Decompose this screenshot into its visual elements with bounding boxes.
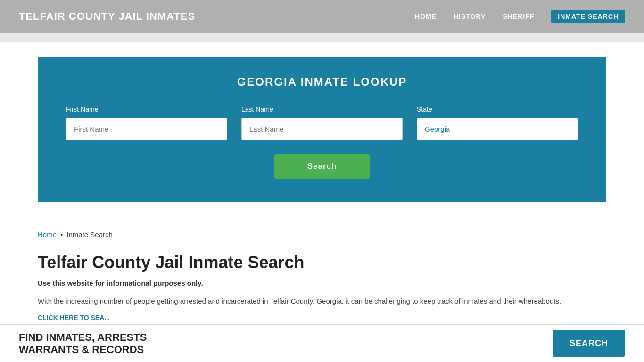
search-button[interactable]: Search — [274, 154, 370, 179]
nav-sheriff[interactable]: SHERIFF — [503, 13, 534, 20]
first-name-input[interactable] — [66, 118, 227, 140]
nav-home[interactable]: HOME — [415, 13, 437, 20]
search-fields: First Name Last Name State — [66, 106, 578, 140]
bottom-banner: FIND INMATES, ARRESTS WARRANTS & RECORDS… — [0, 324, 644, 362]
page-body: With the increasing number of people get… — [38, 296, 606, 307]
state-input[interactable] — [417, 118, 578, 140]
banner-text: FIND INMATES, ARRESTS WARRANTS & RECORDS — [19, 331, 147, 356]
search-button-wrap: Search — [66, 154, 578, 179]
last-name-field-group: Last Name — [241, 106, 403, 140]
state-field-group: State — [417, 106, 578, 140]
site-title: TELFAIR COUNTY JAIL INMATES — [19, 10, 195, 23]
site-header: TELFAIR COUNTY JAIL INMATES HOME HISTORY… — [0, 0, 644, 33]
first-name-label: First Name — [66, 106, 227, 113]
breadcrumb-current: Inmate Search — [66, 230, 113, 239]
click-here-link[interactable]: CLICK HERE to Sea... — [38, 314, 110, 321]
page-subtext: Use this website for informational purpo… — [38, 279, 606, 287]
navigation: HOME HISTORY SHERIFF INMATE SEARCH — [415, 10, 625, 23]
banner-line1: FIND INMATES, ARRESTS — [19, 331, 147, 343]
breadcrumb-home[interactable]: Home — [38, 230, 57, 239]
nav-history[interactable]: HISTORY — [454, 13, 486, 20]
page-heading: Telfair County Jail Inmate Search — [38, 253, 606, 272]
state-label: State — [417, 106, 578, 113]
lookup-title: GEORGIA INMATE LOOKUP — [66, 75, 578, 89]
page-content: Telfair County Jail Inmate Search Use th… — [0, 243, 644, 336]
first-name-field-group: First Name — [66, 106, 227, 140]
nav-inmate-search[interactable]: INMATE SEARCH — [551, 10, 625, 23]
banner-line2: WARRANTS & RECORDS — [19, 344, 144, 355]
banner-search-button[interactable]: SEARCH — [553, 330, 625, 357]
breadcrumb: Home • Inmate Search — [0, 216, 644, 243]
last-name-input[interactable] — [241, 118, 403, 140]
inmate-lookup-section: GEORGIA INMATE LOOKUP First Name Last Na… — [38, 57, 606, 202]
sub-header-bar — [0, 33, 644, 42]
breadcrumb-separator: • — [60, 230, 63, 239]
last-name-label: Last Name — [241, 106, 403, 113]
